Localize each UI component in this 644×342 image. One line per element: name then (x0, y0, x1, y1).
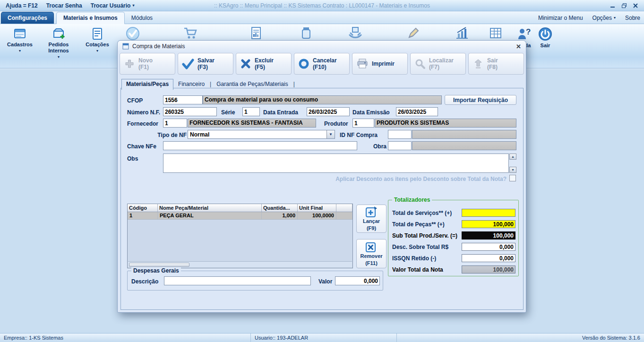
produtor-code-input[interactable] (352, 119, 374, 128)
desconto-total-row: Desc. Sobre Total R$ 0,000 (392, 243, 515, 251)
desconto-total-label: Desc. Sobre Total R$ (392, 244, 448, 250)
scroll-up-icon[interactable]: ▲ (509, 154, 516, 160)
grid-header-codigo[interactable]: Código (128, 204, 158, 212)
caret-down-icon: ▾ (132, 4, 134, 8)
grid-header-quantidade[interactable]: Quantida... (262, 204, 298, 212)
sobre-link[interactable]: Sobre (625, 15, 640, 21)
ribbon-label-sair: Sair (541, 43, 550, 49)
grid-hscrollbar[interactable] (128, 261, 352, 267)
novo-button[interactable]: Novo(F1) (120, 53, 175, 75)
id-nf-compra-input[interactable] (388, 130, 412, 139)
cell-unit-final: 100,0000 (298, 212, 336, 219)
data-emissao-input[interactable] (396, 107, 438, 116)
obs-textarea[interactable] (163, 154, 509, 173)
tab-materiais-pecas[interactable]: Materiais/Peças (121, 79, 173, 90)
ribbon-item-cotacoes[interactable]: Cotações ▾ (78, 26, 116, 53)
ribbon-item-pedidos-internos[interactable]: Pedidos Internos ▾ (40, 26, 77, 59)
serie-input[interactable] (242, 107, 260, 116)
minimize-icon[interactable] (610, 3, 616, 9)
data-entrada-input[interactable] (307, 107, 350, 116)
subtotal-value: 100,000 (462, 231, 515, 239)
cfop-label: CFOP (127, 97, 143, 104)
excluir-button[interactable]: Excluir(F5) (236, 53, 292, 75)
imprimir-button[interactable]: Imprimir (352, 53, 408, 75)
shopping-cart-icon[interactable] (183, 26, 198, 40)
grid-header-unit-final[interactable]: Unit Final (298, 204, 336, 212)
dialog-toolbar: Novo(F1) Salvar(F3) Excluir(F5) Cancelar… (120, 53, 524, 75)
ribbon-item-cadastros[interactable]: Cadastros ▾ (1, 26, 39, 53)
receiving-hands-icon[interactable] (348, 26, 363, 40)
menu-trocar-usuario[interactable]: Trocar Usuário ▾ (87, 1, 138, 10)
totalizadores-groupbox: Totalizadores Total de Serviços** (+) To… (388, 200, 519, 276)
ribbon-item-sair[interactable]: Sair (533, 26, 558, 49)
add-item-icon (365, 205, 378, 218)
importar-requisicao-button[interactable]: Importar Requisição (445, 95, 516, 105)
dialog-close-icon[interactable]: ✕ (516, 43, 521, 50)
tab-financeiro[interactable]: Financeiro (173, 79, 209, 90)
fornecedor-code-input[interactable] (163, 119, 187, 128)
approval-check-icon[interactable] (125, 26, 140, 41)
dialog-titlebar[interactable]: Compra de Materiais ✕ (118, 41, 526, 52)
desconto-total-input[interactable]: 0,000 (462, 243, 515, 251)
main-tab-bar: Configurações Materiais e Insumos Módulo… (0, 11, 644, 24)
tipo-nf-select[interactable]: Normal ▼ (188, 130, 335, 139)
grid-hscrollbar-thumb[interactable] (129, 263, 189, 267)
obra-label: Obra (373, 143, 386, 150)
caret-down-icon: ▾ (96, 49, 98, 53)
remover-button[interactable]: Remover (F11) (356, 239, 386, 268)
obra-input[interactable] (388, 141, 412, 150)
menu-trocar-senha[interactable]: Trocar Senha (43, 1, 86, 10)
valor-total-value: 100,000 (462, 265, 515, 274)
aplicar-desconto-checkbox[interactable] (509, 175, 516, 181)
total-pecas-value: 100,000 (462, 220, 515, 228)
svg-text:?: ? (526, 27, 531, 36)
nav-right-options: Minimizar o Menu Opções▾ Sobre (534, 15, 644, 24)
total-servicos-row: Total de Serviços** (+) (392, 209, 515, 217)
tab-configuracoes[interactable]: Configurações (1, 12, 54, 24)
tab-materiais-insumos[interactable]: Materiais e Insumos (56, 12, 125, 24)
cancelar-button[interactable]: Cancelar(F10) (294, 53, 350, 75)
descricao-input[interactable] (164, 276, 311, 285)
valor-input[interactable] (335, 276, 380, 285)
minimizar-menu-link[interactable]: Minimizar o Menu (538, 15, 583, 21)
cfop-input[interactable] (163, 95, 203, 104)
lancar-button[interactable]: Lançar (F9) (356, 205, 386, 233)
power-icon (538, 26, 553, 42)
localizar-button[interactable]: Localizar(F7) (410, 53, 466, 75)
grid-row[interactable]: 1 PEÇA GERAL 1,000 100,0000 (128, 212, 352, 220)
remove-item-icon (365, 240, 378, 253)
dropdown-arrow-icon[interactable]: ▼ (326, 130, 335, 138)
spreadsheet-icon[interactable] (489, 26, 503, 40)
valor-total-row: Valor Total da Nota 100,000 (392, 265, 515, 274)
opcoes-menu[interactable]: Opções▾ (592, 15, 616, 21)
grid-header-nome[interactable]: Nome Peça/Material (158, 204, 262, 212)
plus-icon (124, 58, 135, 69)
caret-down-icon: ▾ (614, 16, 616, 20)
tools-icon[interactable] (406, 26, 421, 40)
obs-scrollbar: ▲ ▼ (509, 154, 516, 173)
numero-nf-input[interactable] (163, 107, 217, 116)
status-empresa: Empresa:: 1-KS Sistemas (0, 333, 251, 342)
ribbon-label-pedidos-internos: Pedidos Internos (44, 42, 73, 54)
menu-ajuda-f12[interactable]: Ajuda = F12 (2, 1, 42, 10)
window-titlebar: Ajuda = F12 Trocar Senha Trocar Usuário … (0, 0, 644, 11)
report-icon[interactable] (250, 26, 263, 40)
scroll-down-icon[interactable]: ▼ (509, 167, 516, 173)
titlebar-menu: Ajuda = F12 Trocar Senha Trocar Usuário … (0, 1, 138, 10)
help-icon: ? (516, 26, 531, 42)
sair-dialog-button[interactable]: Sair(F8) (468, 53, 524, 75)
produtor-name-field: PRODUTOR KS SISTEMAS (375, 119, 516, 128)
issqn-input[interactable]: 0,000 (462, 254, 515, 262)
chart-icon[interactable] (455, 26, 469, 40)
cadastros-icon (13, 26, 27, 41)
stock-jar-icon[interactable] (300, 26, 312, 40)
chave-nfe-input[interactable] (163, 141, 357, 150)
restore-icon[interactable] (621, 3, 627, 9)
tab-garantia[interactable]: Garantia de Peças/Materiais (212, 79, 292, 90)
salvar-button[interactable]: Salvar(F3) (178, 53, 233, 75)
close-icon[interactable] (633, 3, 638, 9)
exit-arrow-icon (472, 58, 484, 69)
cfop-description-field: Compra de material para uso ou consumo (203, 95, 442, 104)
tab-modulos[interactable]: Módulos (125, 12, 159, 24)
id-nf-compra-label: ID NF Compra (340, 132, 378, 138)
